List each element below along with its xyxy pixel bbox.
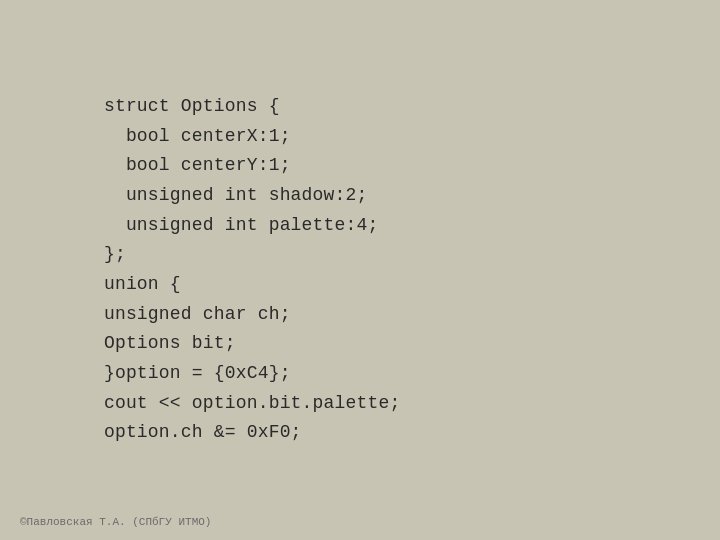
code-line-12: option.ch &= 0xF0; <box>60 418 400 448</box>
code-line-8: unsigned char ch; <box>60 300 400 330</box>
code-line-9: Options bit; <box>60 329 400 359</box>
code-line-1: struct Options { <box>60 92 400 122</box>
code-line-10: }option = {0xC4}; <box>60 359 400 389</box>
code-line-5: unsigned int palette:4; <box>60 211 400 241</box>
code-line-6: }; <box>60 240 400 270</box>
code-line-7: union { <box>60 270 400 300</box>
code-line-2: bool centerX:1; <box>60 122 400 152</box>
code-line-4: unsigned int shadow:2; <box>60 181 400 211</box>
code-block: struct Options { bool centerX:1; bool ce… <box>0 52 460 488</box>
code-line-11: cout << option.bit.palette; <box>60 389 400 419</box>
footer-text: ©Павловская Т.А. (СПбГУ ИТМО) <box>20 516 211 528</box>
code-line-3: bool centerY:1; <box>60 151 400 181</box>
